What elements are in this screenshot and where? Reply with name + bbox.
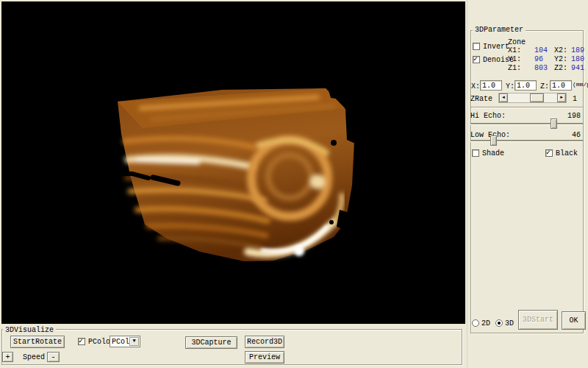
- scale-x-label: X:: [471, 82, 480, 91]
- low-echo-value: 46: [562, 131, 581, 139]
- shade-checkbox[interactable]: [472, 149, 479, 157]
- mode-2d-radio[interactable]: [472, 319, 479, 327]
- zone-y2-value: 180: [571, 55, 584, 63]
- speed-minus-button[interactable]: -: [47, 352, 60, 362]
- 3dcapture-button[interactable]: 3DCapture: [185, 336, 237, 349]
- start-rotate-button[interactable]: StartRotate: [10, 336, 65, 348]
- scale-z-input[interactable]: [550, 80, 572, 91]
- divider: [471, 107, 583, 108]
- scale-y-input[interactable]: [514, 80, 537, 91]
- pcolor-checkbox[interactable]: [78, 338, 85, 345]
- ok-button[interactable]: OK: [562, 311, 586, 330]
- hi-echo-slider[interactable]: [470, 123, 583, 125]
- zone-title: Zone: [508, 38, 526, 46]
- zone-y2-label: Y2:: [554, 55, 567, 63]
- shade-label: Shade: [482, 149, 504, 158]
- zrate-scrollbar[interactable]: ◄ ►: [498, 93, 567, 103]
- zrate-left-arrow-icon[interactable]: ◄: [499, 93, 508, 102]
- parameter-group-title: 3DParameter: [473, 26, 526, 34]
- volume-render: [1, 1, 465, 324]
- invert-label: Invert: [483, 43, 509, 51]
- scale-x-input[interactable]: [480, 80, 502, 91]
- black-label: Black: [556, 149, 578, 158]
- low-echo-slider[interactable]: [470, 140, 583, 142]
- parameter-panel: 3DParameter Invert Denoise Zone X1: 104 …: [467, 0, 588, 368]
- zone-z1-value: 803: [534, 64, 548, 72]
- zone-y1-value: 96: [534, 55, 543, 63]
- denoise-checkbox[interactable]: [473, 56, 480, 63]
- mode-2d-label: 2D: [481, 319, 490, 328]
- chevron-down-icon[interactable]: ▼: [129, 337, 139, 346]
- zone-x1-label: X1:: [508, 46, 521, 54]
- app-window: 3DParameter Invert Denoise Zone X1: 104 …: [0, 0, 588, 368]
- black-checkbox[interactable]: [545, 149, 553, 157]
- visualize-panel: 3DVisualize StartRotate + Speed - PColor…: [0, 326, 465, 368]
- zone-z1-label: Z1:: [508, 64, 521, 72]
- zrate-value: 1: [573, 95, 577, 103]
- zrate-thumb[interactable]: [530, 93, 544, 102]
- low-echo-slider-thumb[interactable]: [490, 135, 497, 146]
- visualize-group-title: 3DVisualize: [3, 326, 56, 334]
- hi-echo-value: 198: [562, 112, 581, 120]
- zone-z2-value: 941: [571, 64, 584, 72]
- record3d-button[interactable]: Record3D: [245, 336, 284, 348]
- preview-button[interactable]: Preview: [245, 351, 284, 364]
- parameter-groupbox: [470, 30, 584, 333]
- render-viewport[interactable]: [1, 1, 465, 324]
- speed-label: Speed: [23, 353, 45, 361]
- scale-y-label: Y:: [506, 82, 514, 91]
- speed-plus-button[interactable]: +: [2, 352, 13, 362]
- zone-x2-label: X2:: [554, 46, 567, 54]
- 3dstart-button[interactable]: 3DStart: [518, 310, 558, 330]
- zrate-right-arrow-icon[interactable]: ►: [557, 93, 566, 102]
- invert-checkbox[interactable]: [473, 43, 480, 50]
- scale-unit-label: (mm/p): [573, 82, 588, 88]
- pcolor-select[interactable]: PColor ▼: [110, 336, 140, 347]
- hi-echo-label: Hi Echo:: [470, 112, 506, 120]
- mode-3d-radio[interactable]: [495, 319, 503, 327]
- mode-3d-label: 3D: [505, 319, 514, 328]
- zrate-label: ZRate: [470, 95, 492, 103]
- scale-z-label: Z:: [540, 82, 549, 91]
- zone-z2-label: Z2:: [554, 64, 567, 72]
- zone-y1-label: Y1:: [508, 55, 521, 63]
- hi-echo-slider-thumb[interactable]: [551, 118, 557, 129]
- zone-x2-value: 189: [571, 46, 584, 54]
- zone-x1-value: 104: [534, 46, 548, 54]
